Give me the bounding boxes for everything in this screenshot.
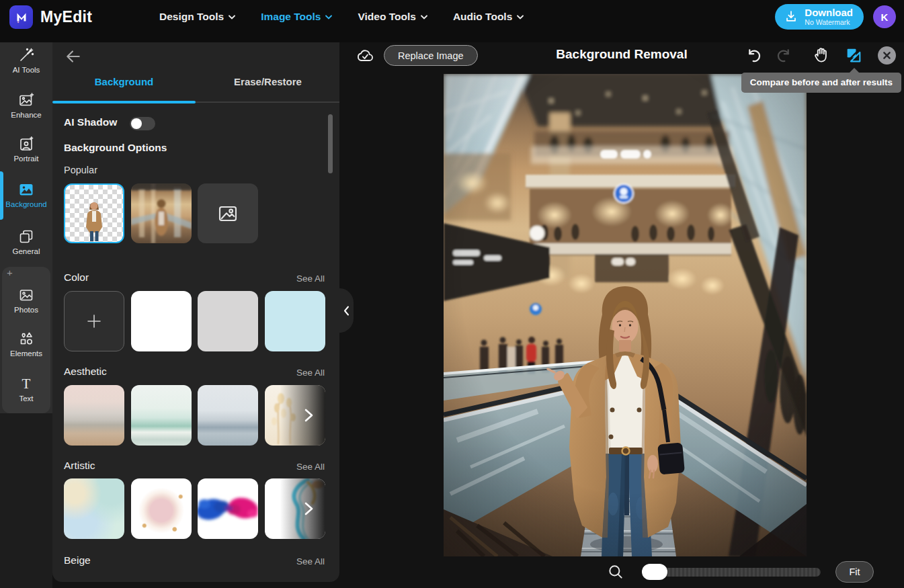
tab-background[interactable]: Background (52, 76, 196, 87)
nav-video-tools[interactable]: Video Tools (358, 11, 427, 23)
background-image-icon (18, 181, 34, 198)
see-all-artistic[interactable]: See All (296, 462, 325, 472)
download-icon (784, 9, 798, 24)
editor-canvas: Replace Image Background Removal Compare… (339, 42, 904, 588)
bg-option-transparent[interactable] (64, 183, 124, 243)
svg-text:T: T (22, 376, 31, 392)
media-group: + Photos Elements T Text (2, 267, 50, 413)
rail-item-elements[interactable]: Elements (2, 331, 50, 358)
see-all-beige[interactable]: See All (296, 556, 325, 566)
background-panel: Background Erase/Restore AI Shadow Backg… (52, 42, 339, 582)
canvas-image[interactable] (444, 74, 807, 556)
nav-links: Design Tools Image Tools Video Tools Aud… (159, 0, 524, 34)
color-swatch-2[interactable] (198, 291, 258, 351)
bg-option-custom[interactable] (198, 183, 258, 243)
aesthetic-thumb-1[interactable] (64, 385, 124, 446)
top-nav: MyEdit Design Tools Image Tools Video To… (0, 0, 904, 42)
ai-shadow-toggle[interactable] (130, 117, 155, 130)
compare-icon[interactable] (843, 44, 864, 66)
tool-rail: AI Tools Enhance Portrait Background Gen… (0, 42, 52, 588)
hand-pan-icon[interactable] (811, 44, 832, 66)
see-all-color[interactable]: See All (296, 274, 325, 284)
enhance-image-icon (18, 92, 34, 108)
user-avatar[interactable]: K (873, 5, 896, 28)
nav-image-tools[interactable]: Image Tools (261, 11, 332, 23)
photos-image-icon (18, 287, 34, 303)
rail-item-portrait[interactable]: Portrait (0, 136, 52, 163)
zoom-magnifier-icon (607, 563, 624, 581)
artistic-thumb-1[interactable] (64, 478, 124, 539)
portrait-person-icon (18, 136, 34, 152)
artistic-thumb-2[interactable] (131, 478, 192, 539)
back-arrow-icon[interactable] (65, 48, 82, 65)
close-icon[interactable] (876, 44, 897, 66)
fit-button[interactable]: Fit (835, 561, 874, 583)
redo-icon[interactable] (773, 45, 794, 67)
shapes-icon (18, 331, 34, 347)
magic-wand-icon (18, 47, 34, 63)
download-sublabel: No Watermark (805, 19, 853, 26)
aesthetic-thumb-2[interactable] (131, 385, 192, 446)
myedit-logo-icon[interactable] (9, 5, 33, 29)
bg-option-blur[interactable] (131, 183, 192, 243)
undo-icon[interactable] (743, 45, 764, 67)
custom-image-icon (217, 203, 239, 224)
artistic-thumb-3[interactable] (198, 478, 258, 539)
download-label: Download (805, 7, 853, 17)
add-plus-label: + (7, 267, 13, 278)
page-title: Background Removal (556, 47, 687, 62)
brand-name[interactable]: MyEdit (40, 8, 92, 26)
rail-item-background[interactable]: Background (0, 181, 52, 208)
color-picker-tile[interactable] (64, 291, 124, 351)
section-title-aesthetic: Aesthetic (64, 366, 107, 378)
zoom-slider-handle[interactable] (642, 564, 667, 580)
cloud-saved-icon[interactable] (354, 45, 376, 67)
cutout-person-thumb (83, 199, 106, 242)
compare-tooltip: Compare before and after results (741, 73, 901, 93)
carousel-next-artistic[interactable] (300, 478, 317, 539)
chevron-left-icon (343, 306, 350, 316)
rail-item-ai-tools[interactable]: AI Tools (0, 47, 52, 74)
active-tab-underline (52, 101, 196, 103)
carousel-next-aesthetic[interactable] (300, 385, 317, 446)
download-button[interactable]: Download No Watermark (775, 4, 864, 30)
zoom-slider-track[interactable] (644, 568, 821, 577)
rail-item-photos[interactable]: Photos (2, 287, 50, 314)
panel-scrollbar[interactable] (328, 114, 333, 173)
color-swatch-1[interactable] (131, 291, 192, 351)
popular-title: Popular (64, 165, 97, 175)
nav-audio-tools[interactable]: Audio Tools (453, 11, 524, 23)
replace-image-button[interactable]: Replace Image (384, 45, 478, 66)
section-title-beige: Beige (64, 554, 91, 566)
ai-shadow-label: AI Shadow (64, 116, 117, 128)
layers-icon (18, 228, 34, 245)
myedit-app: MyEdit Design Tools Image Tools Video To… (0, 0, 904, 588)
color-swatch-3[interactable] (265, 291, 325, 351)
rail-item-general[interactable]: General (0, 228, 52, 255)
tab-erase-restore[interactable]: Erase/Restore (196, 76, 339, 87)
rail-item-text[interactable]: T Text (2, 376, 50, 403)
see-all-aesthetic[interactable]: See All (296, 368, 325, 378)
plus-icon (85, 312, 104, 331)
section-title-artistic: Artistic (64, 460, 95, 472)
nav-design-tools[interactable]: Design Tools (159, 11, 235, 23)
section-title-color: Color (64, 271, 89, 284)
aesthetic-thumb-3[interactable] (198, 385, 258, 446)
options-title: Background Options (64, 142, 167, 154)
text-t-icon: T (18, 376, 34, 392)
rail-item-enhance[interactable]: Enhance (0, 92, 52, 119)
